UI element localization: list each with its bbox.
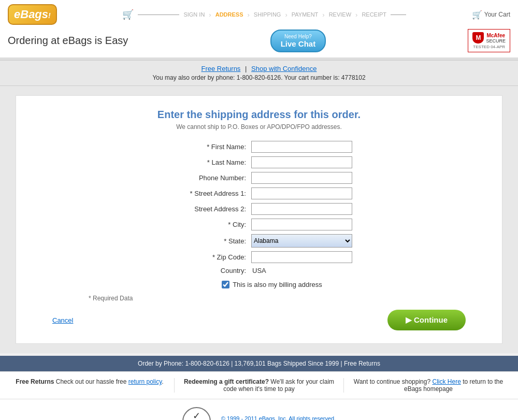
logo-e: e: [14, 8, 20, 21]
logo-bags: Bags: [20, 8, 48, 21]
live-chat-text: Live Chat: [281, 39, 316, 48]
cart-link[interactable]: 🛒 Your Cart: [472, 10, 510, 20]
form-subtitle: We cannot ship to P.O. Boxes or APO/DPO/…: [37, 123, 481, 131]
state-select[interactable]: Alabama Alaska Arizona Arkansas Californ…: [251, 234, 352, 248]
first-name-row: * First Name:: [37, 141, 481, 153]
need-help-text: Need Help?: [281, 34, 316, 39]
street2-row: Street Address 2:: [37, 203, 481, 215]
verisign-badge: ✓ VeriSign Secured VERIFY: [182, 407, 211, 420]
phone-label: Phone Number:: [166, 174, 251, 182]
click-here-link[interactable]: Click Here: [432, 378, 461, 385]
continue-button[interactable]: ▶ Continue: [387, 310, 466, 330]
logo[interactable]: eBags!: [8, 4, 57, 25]
cart-progress-icon: 🛒: [122, 9, 134, 20]
last-name-label: * Last Name:: [166, 158, 251, 166]
billing-checkbox-row: This is also my billing address: [37, 281, 481, 288]
shop-confidence-link[interactable]: Shop with Confidence: [251, 65, 316, 73]
street1-label: * Street Address 1:: [166, 190, 251, 197]
step-receipt[interactable]: RECEIPT: [357, 11, 391, 18]
cancel-link[interactable]: Cancel: [52, 316, 73, 324]
street2-label: Street Address 2:: [166, 205, 251, 213]
step-address[interactable]: ADDRESS: [211, 11, 248, 18]
cart-label: Your Cart: [484, 11, 510, 18]
step-review[interactable]: REVIEW: [325, 11, 355, 18]
billing-label[interactable]: This is also my billing address: [233, 281, 322, 288]
footer-info: Free Returns Check out our hassle free r…: [0, 371, 518, 399]
page-heading: Ordering at eBags is Easy: [8, 35, 128, 47]
street1-input[interactable]: [251, 187, 352, 199]
progress-line-left: [138, 15, 179, 15]
city-label: * City:: [166, 221, 251, 228]
info-separator: |: [242, 65, 249, 73]
free-returns-link[interactable]: Free Returns: [202, 65, 241, 73]
form-container: Enter the shipping address for this orde…: [16, 95, 502, 344]
billing-checkbox[interactable]: [222, 281, 229, 288]
logo-exclaim: !: [48, 11, 51, 20]
first-name-input[interactable]: [251, 141, 352, 153]
mcafee-shield-icon: M: [472, 32, 484, 44]
required-note: * Required Data: [37, 295, 481, 302]
mcafee-secure-text: SECURE: [486, 38, 506, 44]
footer-gift-bold: Redeeming a gift certificate?: [184, 378, 269, 385]
last-name-row: * Last Name:: [37, 156, 481, 168]
footer-returns-text: Check out our hassle free: [54, 378, 128, 385]
footer-bar: Order by Phone: 1-800-820-6126 | 13,769,…: [0, 356, 518, 371]
info-bar: Free Returns | Shop with Confidence You …: [0, 60, 518, 86]
copyright-text: © 1999 - 2011 eBags, Inc. All rights res…: [221, 415, 336, 421]
country-value: USA: [251, 267, 352, 274]
city-row: * City:: [37, 219, 481, 230]
footer-col-shopping: Want to continue shopping? Click Here to…: [344, 378, 513, 393]
step-signin[interactable]: SIGN IN: [179, 11, 209, 18]
footer-bar-text: Order by Phone: 1-800-820-6126 | 13,769,…: [138, 360, 380, 367]
phone-info: You may also order by phone: 1-800-820-6…: [4, 74, 514, 81]
footer-col-returns: Free Returns Check out our hassle free r…: [5, 378, 175, 393]
zip-label: * Zip Code:: [166, 253, 251, 261]
state-label: * State:: [166, 237, 251, 245]
step-payment[interactable]: PAYMENT: [287, 11, 323, 18]
street2-input[interactable]: [251, 203, 352, 215]
mcafee-tested: TESTED 04-APR: [472, 45, 506, 49]
form-title: Enter the shipping address for this orde…: [37, 109, 481, 121]
verisign-check-icon: ✓: [193, 410, 200, 420]
footer-shopping-text: Want to continue shopping?: [354, 378, 433, 385]
phone-input[interactable]: [251, 172, 352, 184]
street1-row: * Street Address 1:: [37, 187, 481, 199]
footer-bottom: ✓ VeriSign Secured VERIFY © 1999 - 2011 …: [0, 399, 518, 420]
cart-icon: 🛒: [472, 10, 482, 20]
first-name-label: * First Name:: [166, 143, 251, 151]
footer-returns-bold: Free Returns: [16, 378, 54, 385]
zip-input[interactable]: [251, 251, 352, 263]
zip-row: * Zip Code:: [37, 251, 481, 263]
country-label: Country:: [166, 267, 251, 274]
progress-line-right: [391, 15, 406, 15]
return-policy-link[interactable]: return policy: [128, 378, 162, 385]
last-name-input[interactable]: [251, 156, 352, 168]
country-row: Country: USA: [37, 267, 481, 274]
mcafee-title: McAfee: [486, 33, 506, 38]
footer-col-gift: Redeeming a gift certificate? We'll ask …: [175, 378, 344, 393]
form-actions: Cancel ▶ Continue: [37, 310, 481, 330]
phone-row: Phone Number:: [37, 172, 481, 184]
live-chat-button[interactable]: Need Help? Live Chat: [270, 30, 326, 52]
mcafee-badge: M McAfee SECURE TESTED 04-APR: [468, 29, 510, 52]
city-input[interactable]: [251, 219, 352, 230]
state-row: * State: Alabama Alaska Arizona Arkansas…: [37, 234, 481, 248]
footer-returns-period: .: [162, 378, 163, 385]
step-shipping[interactable]: SHIPPING: [250, 11, 285, 18]
progress-steps: SIGN IN › ADDRESS › SHIPPING › PAYMENT ›…: [179, 11, 391, 19]
